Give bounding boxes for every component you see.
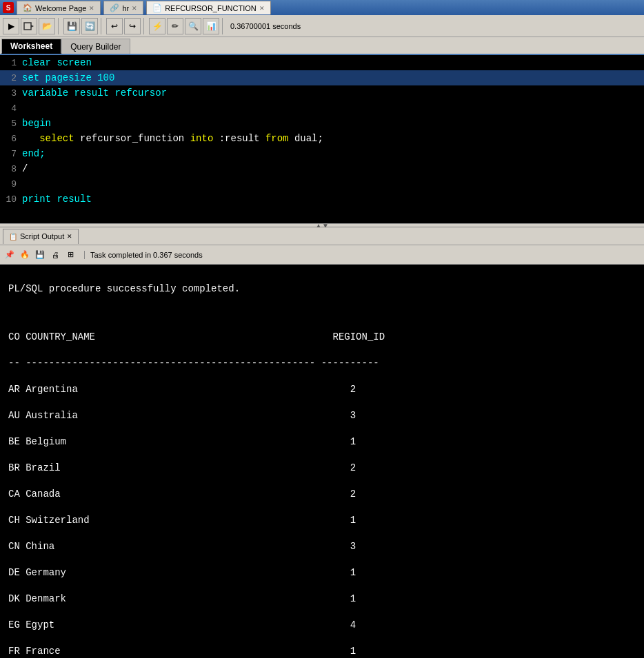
line-content-5: begin [22,118,51,129]
table-row-dk: DK Denmark 1 [8,591,636,606]
line-num-9: 9 [0,179,22,189]
title-bar: S 🏠 Welcome Page ✕ 🔗 hr ✕ 📄 REFCURSOR_FU… [0,0,644,15]
line-content-2: set pagesize 100 [22,72,114,83]
editor-line-8: 8 / [0,161,644,176]
back-button[interactable]: ↩ [106,18,123,34]
table-row-be: BE Belgium 1 [8,434,636,449]
line-content-1: clear screen [22,57,92,68]
edit-button[interactable]: ✏ [167,18,183,34]
editor-tabs: Worksheet Query Builder [0,37,644,55]
output-tab-close[interactable]: ✕ [67,233,72,240]
tab-refcursor[interactable]: 📄 REFCURSOR_FUNCTION ✕ [146,1,271,14]
open-button[interactable]: 📂 [39,18,55,34]
tab-welcome[interactable]: 🏠 Welcome Page ✕ [17,1,101,14]
svg-rect-0 [24,23,31,30]
line-num-6: 6 [0,134,22,144]
expand-output-button[interactable]: ⊞ [63,248,77,262]
output-tab-script[interactable]: 📋 Script Output ✕ [3,229,79,244]
line-content-7: end; [22,148,46,159]
table-row-ca: CA Canada 2 [8,486,636,502]
sep3 [143,18,146,34]
line-num-5: 5 [0,119,22,129]
tab-refcursor-close[interactable]: ✕ [259,5,265,12]
line-content-9 [22,178,28,189]
output-header: 📋 Script Output ✕ [0,227,644,245]
forward-button[interactable]: ↪ [124,18,141,34]
pin-button[interactable]: 📌 [3,248,17,262]
main-toolbar: ▶ 📂 💾 🔄 ↩ ↪ ⚡ ✏ 🔍 📊 0.36700001 seconds [0,15,644,37]
tab-welcome-close[interactable]: ✕ [89,5,94,12]
table-row-ar: AR Argentina 2 [8,382,636,397]
table-row-fr: FR France 1 [8,644,636,658]
save-button[interactable]: 💾 [63,18,80,34]
tab-hr-close[interactable]: ✕ [132,5,137,12]
line-content-8: / [22,163,28,174]
sep4 [222,18,225,34]
output-tab-label: Script Output [20,232,64,240]
table-row-ch: CH Switzerland 1 [8,513,636,528]
output-toolbar: 📌 🔥 💾 🖨 ⊞ Task completed in 0.367 second… [0,245,644,265]
search-button[interactable]: 🔍 [185,18,201,34]
table-header: CO COUNTRY_NAME REGION_ID [8,329,636,345]
editor-line-5: 5 begin [0,116,644,131]
svg-marker-1 [31,25,34,28]
code-editor[interactable]: 1 clear screen 2 set pagesize 100 3 vari… [0,55,644,223]
editor-line-9: 9 [0,176,644,192]
tab-hr[interactable]: 🔗 hr ✕ [103,1,143,14]
app-icon: S [3,2,14,13]
table-row-eg: EG Egypt 4 [8,617,636,633]
table-row-cn: CN China 3 [8,539,636,554]
run-button[interactable]: ▶ [3,18,19,34]
line-num-2: 2 [0,73,22,83]
sep1 [58,18,61,34]
editor-line-7: 7 end; [0,146,644,161]
clear-output-button[interactable]: 🔥 [18,248,32,262]
tab-hr-label: hr [122,4,129,12]
editor-line-6: 6 select refcursor_function into :result… [0,131,644,146]
tab-worksheet[interactable]: Worksheet [1,39,61,54]
table-row-de: DE Germany 1 [8,565,636,580]
execution-time: 0.36700001 seconds [230,22,301,30]
success-message: PL/SQL procedure successfully completed. [8,281,636,296]
line-content-10: print result [22,194,92,205]
editor-line-2: 2 set pagesize 100 [0,70,644,85]
run-script-button[interactable] [21,18,37,34]
table-separator: -- -------------------------------------… [8,356,636,371]
tab-query-builder-label: Query Builder [70,42,121,52]
execute-button[interactable]: ⚡ [149,18,165,34]
editor-line-10: 10 print result [0,192,644,207]
line-content-6: select refcursor_function into :result f… [22,133,323,144]
sep2 [101,18,103,34]
tab-query-builder[interactable]: Query Builder [61,39,130,54]
table-row-au: AU Australia 3 [8,408,636,423]
tab-welcome-label: Welcome Page [35,4,86,12]
line-num-10: 10 [0,194,22,205]
line-num-7: 7 [0,149,22,159]
line-content-3: variable result refcursor [22,88,167,99]
explain-button[interactable]: 📊 [203,18,219,34]
line-content-4 [22,103,28,114]
editor-line-3: 3 variable result refcursor [0,85,644,101]
output-status: Task completed in 0.367 seconds [84,251,203,259]
line-num-8: 8 [0,164,22,174]
editor-line-4: 4 [0,101,644,116]
line-num-3: 3 [0,88,22,99]
output-panel: 📋 Script Output ✕ 📌 🔥 💾 🖨 ⊞ Task complet… [0,227,644,658]
editor-line-1: 1 clear screen [0,55,644,70]
tab-worksheet-label: Worksheet [10,41,52,51]
line-num-4: 4 [0,103,22,114]
line-num-1: 1 [0,58,22,68]
print-output-button[interactable]: 🖨 [48,248,62,262]
table-row-br: BR Brazil 2 [8,460,636,475]
refresh-button[interactable]: 🔄 [81,18,98,34]
output-content[interactable]: PL/SQL procedure successfully completed.… [0,265,644,658]
save-output-button[interactable]: 💾 [33,248,47,262]
tab-refcursor-label: REFCURSOR_FUNCTION [165,4,256,12]
